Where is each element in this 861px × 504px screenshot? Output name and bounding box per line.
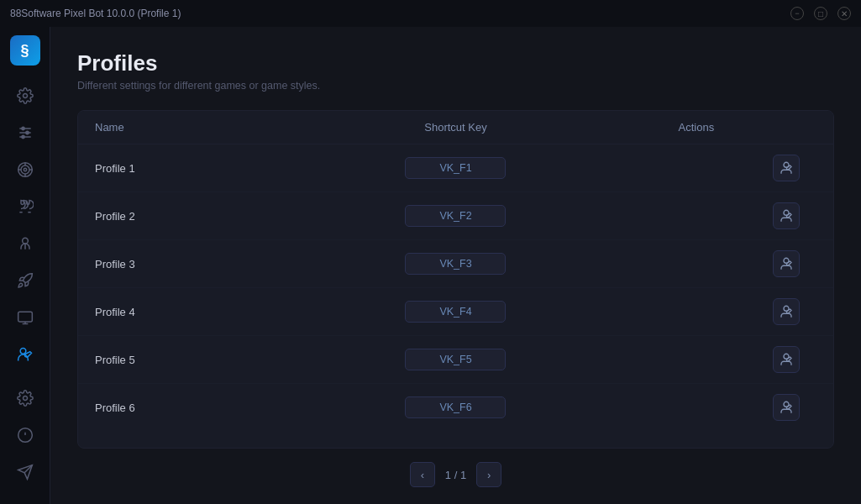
shortcut-badge-4[interactable]: VK_F4 [405, 301, 506, 323]
sidebar: § [0, 27, 50, 504]
profile-action-button-6[interactable] [773, 394, 800, 421]
main-content: Profiles Different settings for differen… [50, 27, 861, 504]
profile-action-button-3[interactable] [773, 250, 800, 277]
table-row: Profile 2 VK_F2 [78, 192, 833, 240]
actions-cell-2 [576, 202, 816, 229]
shortcut-badge-2[interactable]: VK_F2 [405, 205, 506, 227]
shortcut-badge-6[interactable]: VK_F6 [405, 396, 506, 418]
shortcut-badge-5[interactable]: VK_F5 [405, 349, 506, 370]
profile-action-button-2[interactable] [773, 202, 800, 229]
next-page-button[interactable]: › [476, 462, 501, 487]
shortcut-cell-1: VK_F1 [335, 157, 575, 179]
profile-name-3: Profile 3 [95, 258, 335, 270]
sidebar-item-profiles[interactable] [8, 338, 42, 371]
table-row: Profile 4 VK_F4 [78, 288, 833, 336]
table-row: Profile 6 VK_F6 [78, 384, 833, 431]
pagination: ‹ 1 / 1 › [77, 462, 834, 487]
actions-cell-3 [576, 250, 816, 277]
table-body: Profile 1 VK_F1 Profile 2 VK_F2 [78, 144, 833, 431]
profile-name-2: Profile 2 [95, 210, 335, 223]
shortcut-badge-3[interactable]: VK_F3 [405, 253, 506, 275]
logo-icon: § [20, 42, 29, 60]
sidebar-item-send[interactable] [8, 455, 42, 489]
shortcut-badge-1[interactable]: VK_F1 [405, 157, 506, 179]
app-body: § [0, 27, 861, 504]
svg-point-5 [25, 131, 28, 134]
sidebar-logo: § [10, 35, 40, 66]
sidebar-item-screen[interactable] [8, 301, 42, 334]
close-button[interactable]: ✕ [837, 7, 851, 20]
profile-name-4: Profile 4 [95, 306, 335, 318]
sidebar-nav [8, 79, 42, 381]
shortcut-cell-6: VK_F6 [335, 396, 575, 418]
shortcut-cell-2: VK_F2 [335, 205, 575, 227]
actions-cell-1 [576, 155, 816, 181]
sidebar-item-rocket[interactable] [8, 264, 42, 297]
actions-cell-6 [576, 394, 816, 421]
sidebar-item-badge[interactable] [8, 227, 42, 260]
header-name: Name [95, 121, 335, 134]
svg-point-8 [21, 165, 29, 174]
sidebar-item-settings[interactable] [8, 79, 42, 113]
svg-point-0 [23, 94, 27, 98]
window-controls: － □ ✕ [790, 7, 851, 20]
app-title: 88Software Pixel Bot 10.0.0 (Profile 1) [10, 8, 181, 19]
table-header: Name Shortcut Key Actions [78, 111, 833, 144]
minimize-button[interactable]: － [790, 7, 804, 20]
prev-page-button[interactable]: ‹ [410, 462, 435, 487]
sidebar-bottom [8, 381, 42, 496]
sidebar-item-target[interactable] [8, 153, 42, 186]
table-row: Profile 1 VK_F1 [78, 144, 833, 192]
svg-point-6 [21, 135, 24, 138]
profile-action-button-1[interactable] [773, 155, 800, 181]
shortcut-cell-3: VK_F3 [335, 253, 575, 275]
svg-rect-18 [18, 312, 32, 322]
table-row: Profile 5 VK_F5 [78, 336, 833, 384]
actions-cell-4 [576, 298, 816, 325]
profiles-table: Name Shortcut Key Actions Profile 1 VK_F… [77, 110, 834, 449]
svg-point-9 [24, 168, 26, 171]
svg-point-22 [23, 396, 27, 401]
actions-cell-5 [576, 346, 816, 373]
profile-action-button-4[interactable] [773, 298, 800, 325]
svg-point-16 [22, 238, 28, 244]
profile-name-5: Profile 5 [95, 354, 335, 366]
sidebar-item-magnet[interactable] [8, 190, 42, 223]
header-actions: Actions [576, 121, 816, 134]
maximize-button[interactable]: □ [814, 7, 827, 20]
profile-name-1: Profile 1 [95, 162, 335, 175]
page-title: Profiles [77, 50, 834, 76]
profile-name-6: Profile 6 [95, 402, 335, 414]
sidebar-item-gear[interactable] [8, 381, 42, 415]
shortcut-cell-4: VK_F4 [335, 301, 575, 323]
table-row: Profile 3 VK_F3 [78, 240, 833, 288]
svg-point-4 [21, 127, 24, 129]
profile-action-button-5[interactable] [773, 346, 800, 373]
page-subtitle: Different settings for different games o… [77, 80, 834, 92]
shortcut-cell-5: VK_F5 [335, 349, 575, 370]
page-info: 1 / 1 [442, 469, 470, 481]
header-shortcut: Shortcut Key [335, 121, 575, 134]
sidebar-item-adjustments[interactable] [8, 116, 42, 150]
sidebar-item-about[interactable] [8, 418, 42, 452]
svg-point-21 [20, 349, 26, 354]
title-bar: 88Software Pixel Bot 10.0.0 (Profile 1) … [0, 0, 861, 27]
